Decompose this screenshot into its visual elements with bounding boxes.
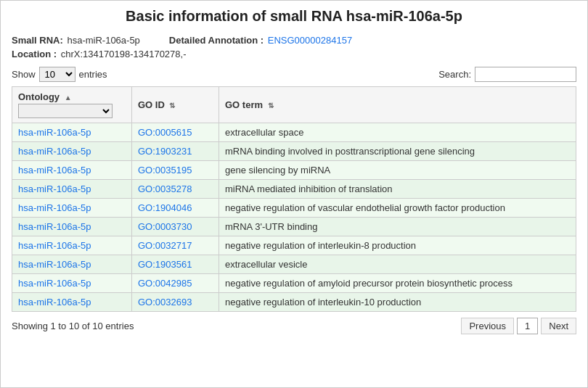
cell-small-rna: hsa-miR-106a-5p [12, 142, 132, 161]
location-label: Location : [12, 49, 57, 59]
cell-go-term: gene silencing by miRNA [219, 161, 576, 180]
table-row: hsa-miR-106a-5pGO:0003730mRNA 3'-UTR bin… [12, 218, 576, 236]
table-row: hsa-miR-106a-5pGO:0035195gene silencing … [12, 161, 576, 180]
show-label: Show [12, 69, 36, 80]
cell-small-rna: hsa-miR-106a-5p [12, 199, 132, 218]
small-rna-value: hsa-miR-106a-5p [67, 35, 139, 46]
cell-go-term: miRNA mediated inhibition of translation [219, 180, 576, 199]
small-rna-label: Small RNA: [12, 35, 63, 46]
showing-text: Showing 1 to 10 of 10 entries [12, 321, 134, 331]
go-term-sort-icon[interactable]: ⇅ [268, 102, 274, 110]
location-value: chrX:134170198-134170278,- [61, 49, 187, 59]
table-row: hsa-miR-106a-5pGO:0035278miRNA mediated … [12, 180, 576, 199]
detailed-annotation-info: Detailed Annotation : ENSG00000284157 [169, 35, 352, 46]
entries-select[interactable]: 10 25 50 100 [39, 67, 75, 82]
col-header-go-term: GO term ⇅ [219, 87, 576, 123]
cell-small-rna: hsa-miR-106a-5p [12, 123, 132, 142]
cell-go-id: GO:1904046 [132, 199, 219, 218]
cell-go-id: GO:0032717 [132, 236, 219, 255]
ontology-sort-icon[interactable]: ▲ [65, 94, 72, 102]
cell-go-id: GO:1903231 [132, 142, 219, 161]
show-entries-control: Show 10 25 50 100 entries [12, 67, 107, 82]
cell-go-term: negative regulation of interleukin-8 pro… [219, 236, 576, 255]
cell-go-id: GO:1903561 [132, 255, 219, 274]
cell-small-rna: hsa-miR-106a-5p [12, 274, 132, 293]
go-id-link[interactable]: GO:0003730 [138, 221, 192, 232]
search-input[interactable] [475, 67, 576, 82]
go-id-link[interactable]: GO:0005615 [138, 127, 192, 138]
previous-button[interactable]: Previous [461, 318, 514, 334]
pagination: Previous 1 Next [461, 318, 576, 334]
cell-go-term: negative regulation of vascular endothel… [219, 199, 576, 218]
ontology-filter-select[interactable]: BP MF CC [18, 104, 113, 118]
small-rna-info: Small RNA: hsa-miR-106a-5p [12, 35, 140, 46]
col-header-go-id: GO ID ⇅ [132, 87, 219, 123]
go-id-link[interactable]: GO:1903231 [138, 146, 192, 157]
table-row: hsa-miR-106a-5pGO:1903231mRNA binding in… [12, 142, 576, 161]
go-id-link[interactable]: GO:0032693 [138, 297, 192, 307]
cell-go-id: GO:0032693 [132, 293, 219, 312]
cell-go-id: GO:0003730 [132, 218, 219, 236]
detailed-annotation-label: Detailed Annotation : [169, 35, 264, 46]
table-row: hsa-miR-106a-5pGO:0032717negative regula… [12, 236, 576, 255]
table-row: hsa-miR-106a-5pGO:1904046negative regula… [12, 199, 576, 218]
entries-label: entries [79, 69, 107, 80]
detailed-annotation-link[interactable]: ENSG00000284157 [268, 35, 352, 46]
cell-go-id: GO:0042985 [132, 274, 219, 293]
table-row: hsa-miR-106a-5pGO:0005615extracellular s… [12, 123, 576, 142]
cell-go-term: negative regulation of amyloid precursor… [219, 274, 576, 293]
current-page[interactable]: 1 [517, 318, 538, 334]
data-table: Ontology ▲ BP MF CC GO ID ⇅ [12, 86, 576, 312]
cell-go-term: negative regulation of interleukin-10 pr… [219, 293, 576, 312]
search-box: Search: [438, 67, 576, 82]
go-id-col-label: GO ID [138, 99, 165, 110]
go-id-sort-icon[interactable]: ⇅ [169, 102, 175, 110]
cell-go-id: GO:0035278 [132, 180, 219, 199]
go-id-link[interactable]: GO:1904046 [138, 202, 192, 213]
go-id-link[interactable]: GO:0032717 [138, 240, 192, 251]
cell-small-rna: hsa-miR-106a-5p [12, 161, 132, 180]
go-id-link[interactable]: GO:0042985 [138, 278, 192, 289]
cell-go-term: mRNA 3'-UTR binding [219, 218, 576, 236]
location-info: Location : chrX:134170198-134170278,- [12, 49, 187, 59]
cell-small-rna: hsa-miR-106a-5p [12, 218, 132, 236]
go-id-link[interactable]: GO:0035278 [138, 183, 192, 194]
col-header-ontology: Ontology ▲ BP MF CC [12, 87, 132, 123]
cell-small-rna: hsa-miR-106a-5p [12, 293, 132, 312]
cell-go-term: extracellular vesicle [219, 255, 576, 274]
next-button[interactable]: Next [541, 318, 576, 334]
go-term-col-label: GO term [225, 99, 263, 110]
page-title: Basic information of small RNA hsa-miR-1… [12, 8, 576, 25]
table-row: hsa-miR-106a-5pGO:0032693negative regula… [12, 293, 576, 312]
cell-small-rna: hsa-miR-106a-5p [12, 236, 132, 255]
search-label: Search: [438, 69, 471, 80]
go-id-link[interactable]: GO:1903561 [138, 259, 192, 270]
cell-go-id: GO:0005615 [132, 123, 219, 142]
table-row: hsa-miR-106a-5pGO:0042985negative regula… [12, 274, 576, 293]
cell-go-id: GO:0035195 [132, 161, 219, 180]
cell-small-rna: hsa-miR-106a-5p [12, 255, 132, 274]
table-row: hsa-miR-106a-5pGO:1903561extracellular v… [12, 255, 576, 274]
cell-go-term: extracellular space [219, 123, 576, 142]
ontology-col-label: Ontology [18, 91, 60, 102]
cell-small-rna: hsa-miR-106a-5p [12, 180, 132, 199]
go-id-link[interactable]: GO:0035195 [138, 165, 192, 176]
cell-go-term: mRNA binding involved in posttranscripti… [219, 142, 576, 161]
